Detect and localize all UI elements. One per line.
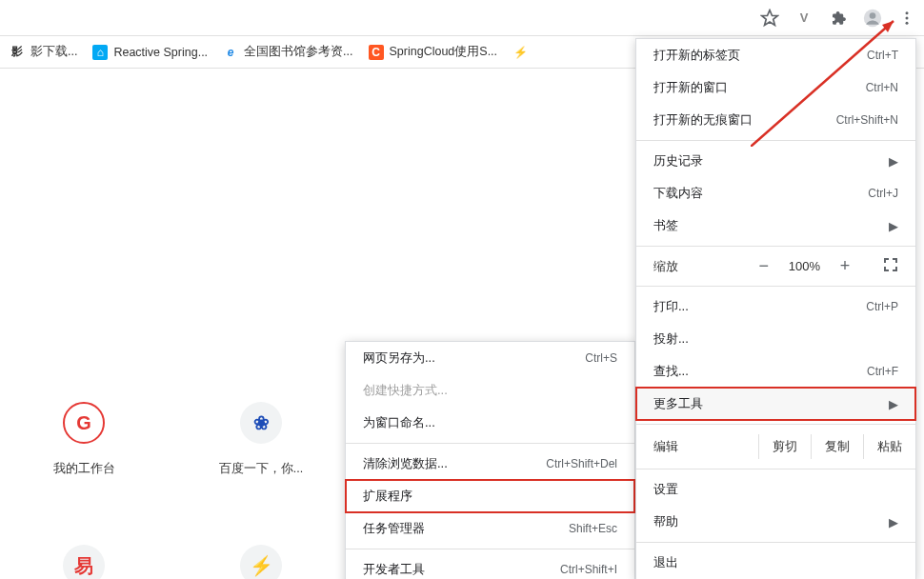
paste-button[interactable]: 粘贴 xyxy=(863,434,915,459)
menu-shortcut: Ctrl+S xyxy=(585,351,617,365)
menu-shortcut: Ctrl+Shift+I xyxy=(560,563,617,576)
menu-settings[interactable]: 设置 xyxy=(636,473,915,506)
menu-history[interactable]: 历史记录 ▶ xyxy=(636,145,915,177)
menu-label: 编辑 xyxy=(653,438,758,455)
bookmark-item[interactable]: ⌂ Reactive Spring... xyxy=(92,45,208,60)
shortcut-icon: ❀ xyxy=(240,402,282,444)
submenu-name-window[interactable]: 为窗口命名... xyxy=(346,407,634,439)
cut-button[interactable]: 剪切 xyxy=(759,434,811,459)
menu-label: 开发者工具 xyxy=(363,561,425,578)
menu-downloads[interactable]: 下载内容 Ctrl+J xyxy=(636,177,915,210)
menu-bookmarks[interactable]: 书签 ▶ xyxy=(636,210,915,242)
star-icon[interactable] xyxy=(760,9,779,28)
menu-label: 为窗口命名... xyxy=(363,414,435,431)
menu-label: 打开新的无痕窗口 xyxy=(653,111,753,129)
menu-new-incognito[interactable]: 打开新的无痕窗口 Ctrl+Shift+N xyxy=(636,104,915,136)
v-extension-icon[interactable]: V xyxy=(794,9,814,28)
shortcut-workbench[interactable]: G 我的工作台 xyxy=(38,402,130,477)
zoom-out-button[interactable]: − xyxy=(756,256,772,276)
menu-label: 扩展程序 xyxy=(363,488,412,505)
browser-toolbar: V xyxy=(0,0,924,36)
shortcut-label: 百度一下，你... xyxy=(219,461,303,477)
zoom-in-button[interactable]: + xyxy=(837,256,853,276)
submenu-task-manager[interactable]: 任务管理器 Shift+Esc xyxy=(346,512,634,545)
menu-label: 打开新的窗口 xyxy=(653,79,728,96)
menu-shortcut: Ctrl+T xyxy=(867,49,898,62)
menu-separator xyxy=(636,140,915,141)
chrome-main-menu: 打开新的标签页 Ctrl+T 打开新的窗口 Ctrl+N 打开新的无痕窗口 Ct… xyxy=(635,38,916,579)
menu-new-window[interactable]: 打开新的窗口 Ctrl+N xyxy=(636,71,915,104)
submenu-create-shortcut: 创建快捷方式... xyxy=(346,374,634,407)
menu-edit: 编辑 剪切 复制 粘贴 xyxy=(636,429,915,465)
menu-exit[interactable]: 退出 xyxy=(636,547,915,579)
submenu-dev-tools[interactable]: 开发者工具 Ctrl+Shift+I xyxy=(346,553,634,579)
extensions-puzzle-icon[interactable] xyxy=(829,9,848,28)
shortcut-bolt[interactable]: ⚡ xyxy=(215,545,307,579)
shortcut-yi[interactable]: 易 xyxy=(38,545,130,579)
bookmark-item[interactable]: ⚡ xyxy=(512,45,528,60)
menu-label: 打印... xyxy=(653,298,689,315)
menu-print[interactable]: 打印... Ctrl+P xyxy=(636,290,915,323)
menu-shortcut: Ctrl+N xyxy=(866,81,898,94)
svg-point-4 xyxy=(906,16,909,19)
menu-separator xyxy=(346,443,634,444)
chevron-right-icon: ▶ xyxy=(889,154,898,169)
shortcuts-row: 易 ⚡ xyxy=(38,545,307,579)
menu-separator xyxy=(636,246,915,247)
shortcut-icon: G xyxy=(63,402,105,444)
menu-label: 任务管理器 xyxy=(363,520,425,537)
menu-shortcut: Ctrl+Shift+N xyxy=(836,113,898,127)
kebab-menu-icon[interactable] xyxy=(897,9,916,28)
submenu-clear-data[interactable]: 清除浏览数据... Ctrl+Shift+Del xyxy=(346,448,634,480)
submenu-extensions[interactable]: 扩展程序 xyxy=(346,480,634,512)
bookmark-label: 全国图书馆参考资... xyxy=(244,44,352,60)
menu-label: 打开新的标签页 xyxy=(653,47,740,64)
menu-separator xyxy=(636,424,915,425)
menu-label: 书签 xyxy=(653,217,678,234)
menu-separator xyxy=(636,469,915,469)
edit-buttons: 剪切 复制 粘贴 xyxy=(758,434,915,459)
menu-shortcut: Ctrl+P xyxy=(866,300,898,313)
menu-label: 缩放 xyxy=(653,258,756,275)
bookmark-item[interactable]: C SpringCloud使用S... xyxy=(369,44,498,60)
copy-button[interactable]: 复制 xyxy=(811,434,863,459)
menu-shortcut: Ctrl+Shift+Del xyxy=(546,457,617,470)
favicon: ⚡ xyxy=(512,45,528,60)
svg-point-5 xyxy=(906,21,909,24)
menu-shortcut: Ctrl+J xyxy=(868,187,898,200)
menu-label: 清除浏览数据... xyxy=(363,455,448,472)
svg-point-2 xyxy=(870,12,876,19)
menu-find[interactable]: 查找... Ctrl+F xyxy=(636,355,915,388)
chevron-right-icon: ▶ xyxy=(889,515,898,529)
menu-label: 退出 xyxy=(653,554,678,571)
zoom-controls: − 100% + xyxy=(756,256,898,276)
bookmark-item[interactable]: 影 影下载... xyxy=(10,44,77,60)
chevron-right-icon: ▶ xyxy=(889,397,898,411)
menu-help[interactable]: 帮助 ▶ xyxy=(636,506,915,538)
favicon: ⌂ xyxy=(92,45,108,60)
bookmark-label: Reactive Spring... xyxy=(113,46,208,59)
shortcut-icon: ⚡ xyxy=(240,545,282,579)
menu-shortcut: Shift+Esc xyxy=(569,522,617,535)
bookmark-item[interactable]: e 全国图书馆参考资... xyxy=(223,44,352,60)
shortcut-baidu[interactable]: ❀ 百度一下，你... xyxy=(215,402,307,477)
shortcuts-row: G 我的工作台 ❀ 百度一下，你... xyxy=(38,402,307,477)
chevron-right-icon: ▶ xyxy=(889,219,898,233)
favicon: 影 xyxy=(10,45,25,60)
menu-zoom: 缩放 − 100% + xyxy=(636,250,915,282)
fullscreen-icon[interactable] xyxy=(883,257,898,275)
menu-cast[interactable]: 投射... xyxy=(636,323,915,355)
menu-label: 网页另存为... xyxy=(363,349,435,367)
menu-new-tab[interactable]: 打开新的标签页 Ctrl+T xyxy=(636,39,915,71)
zoom-percent: 100% xyxy=(789,259,820,273)
submenu-save-as[interactable]: 网页另存为... Ctrl+S xyxy=(346,342,634,374)
shortcut-label: 我的工作台 xyxy=(53,461,115,477)
menu-label: 更多工具 xyxy=(653,395,703,412)
menu-label: 下载内容 xyxy=(653,185,703,202)
profile-avatar-icon[interactable] xyxy=(863,9,882,28)
svg-marker-0 xyxy=(762,10,778,25)
bookmark-label: 影下载... xyxy=(30,44,77,60)
bookmark-label: SpringCloud使用S... xyxy=(390,44,498,60)
menu-label: 查找... xyxy=(653,363,689,380)
menu-more-tools[interactable]: 更多工具 ▶ xyxy=(636,388,915,420)
